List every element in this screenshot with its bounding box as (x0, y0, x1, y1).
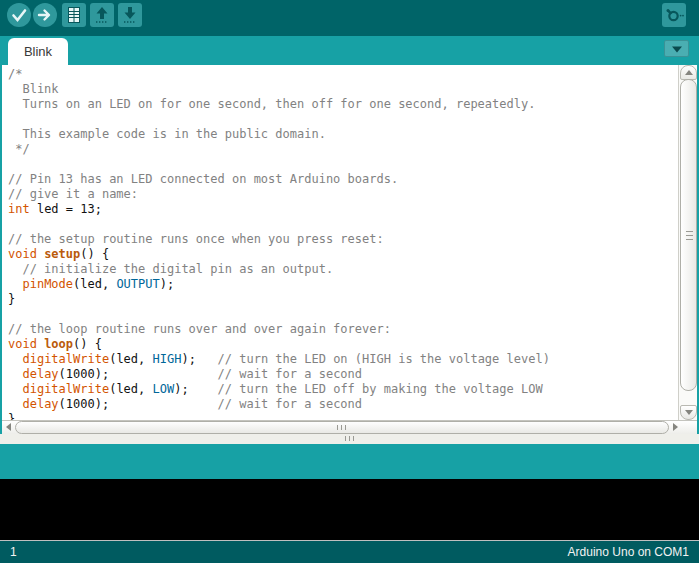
code-line (8, 307, 679, 322)
open-sketch-button[interactable] (90, 3, 114, 27)
code-line: This example code is in the public domai… (8, 127, 679, 142)
status-bar: 1 Arduino Uno on COM1 (0, 540, 699, 563)
code-line: /* (8, 67, 679, 82)
code-line: // the loop routine runs over and over a… (8, 322, 679, 337)
code-line: } (8, 292, 679, 307)
triangle-right-icon (673, 423, 678, 431)
tab-label: Blink (24, 44, 52, 59)
code-line: Turns on an LED on for one second, then … (8, 97, 679, 112)
triangle-up-icon (685, 70, 693, 75)
board-port-info: Arduino Uno on COM1 (568, 545, 689, 559)
serial-monitor-button[interactable] (662, 3, 686, 27)
code-line (8, 157, 679, 172)
save-sketch-button[interactable] (118, 3, 142, 27)
arduino-ide-window: Blink /* Blink Turns on an LED on for on… (0, 0, 699, 563)
scrollbar-grip-icon (337, 425, 346, 430)
tab-menu-button[interactable] (664, 40, 689, 57)
code-area: /* Blink Turns on an LED on for one seco… (2, 65, 679, 420)
scrollbar-grip-icon (686, 231, 693, 240)
code-line: digitalWrite(led, HIGH); // turn the LED… (8, 352, 679, 367)
scroll-up-button[interactable] (680, 65, 697, 80)
document-icon (62, 3, 86, 27)
console-output (0, 479, 699, 540)
scroll-right-button[interactable] (669, 421, 681, 433)
arrow-right-icon (33, 3, 57, 27)
code-line (8, 112, 679, 127)
splitter-grip-icon (345, 436, 354, 441)
arrow-down-icon (118, 3, 142, 27)
tab-blink[interactable]: Blink (8, 38, 68, 65)
new-sketch-button[interactable] (62, 3, 86, 27)
scroll-left-button[interactable] (2, 421, 14, 433)
tab-bar: Blink (0, 36, 699, 65)
check-icon (7, 3, 31, 27)
upload-button[interactable] (33, 3, 57, 27)
code-line: // the setup routine runs once when you … (8, 232, 679, 247)
horizontal-scrollbar-thumb[interactable] (15, 421, 669, 434)
code-line: Blink (8, 82, 679, 97)
arrow-up-icon (90, 3, 114, 27)
code-line: delay(1000); // wait for a second (8, 397, 679, 412)
code-editor[interactable]: /* Blink Turns on an LED on for one seco… (2, 65, 679, 420)
code-line: delay(1000); // wait for a second (8, 367, 679, 382)
code-line: // give it a name: (8, 187, 679, 202)
triangle-left-icon (6, 423, 11, 431)
line-number: 1 (10, 545, 17, 559)
chevron-down-icon (669, 43, 685, 55)
code-line: int led = 13; (8, 202, 679, 217)
splitter-handle[interactable] (0, 434, 699, 444)
status-message-bar (0, 444, 699, 479)
vertical-scrollbar[interactable] (678, 65, 697, 420)
toolbar (0, 0, 699, 36)
code-line: void loop() { (8, 337, 679, 352)
magnifier-icon (662, 3, 686, 27)
verify-button[interactable] (7, 3, 31, 27)
code-line: // initialize the digital pin as an outp… (8, 262, 679, 277)
scroll-down-button[interactable] (680, 405, 697, 420)
code-line: digitalWrite(led, LOW); // turn the LED … (8, 382, 679, 397)
code-line: void setup() { (8, 247, 679, 262)
vertical-scrollbar-thumb[interactable] (680, 79, 697, 391)
code-line (8, 217, 679, 232)
code-line: } (8, 412, 679, 420)
code-line: */ (8, 142, 679, 157)
code-line: pinMode(led, OUTPUT); (8, 277, 679, 292)
triangle-down-icon (685, 410, 693, 415)
code-line: // Pin 13 has an LED connected on most A… (8, 172, 679, 187)
